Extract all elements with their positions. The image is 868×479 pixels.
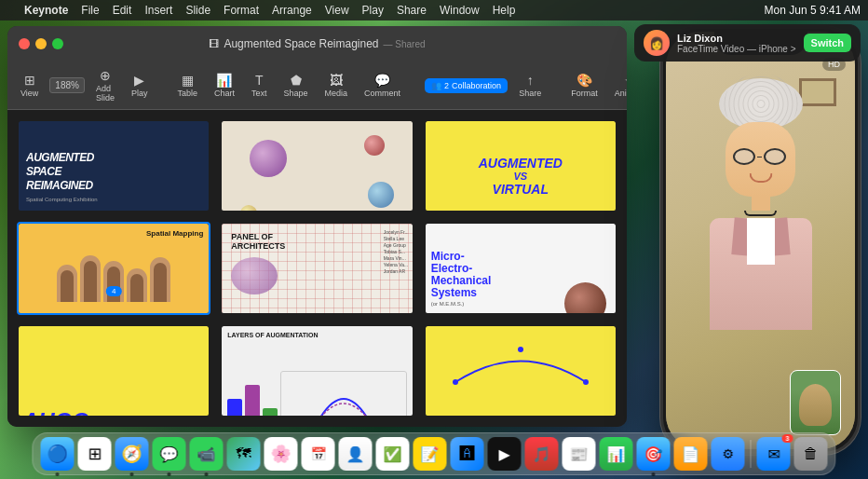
dock-reminders[interactable]: ✅ — [376, 437, 410, 471]
toolbar-share-button[interactable]: ↑ Share — [513, 71, 547, 101]
right-lens — [764, 148, 786, 165]
music-icon: 🎵 — [533, 445, 551, 463]
left-lens — [733, 148, 755, 165]
self-person — [799, 384, 832, 426]
facetime-info: Liz Dixon FaceTime Video — iPhone > — [677, 33, 796, 54]
slide-thumb-3[interactable]: Augmented VS Virtual 3 — [424, 119, 617, 212]
dock-xcode[interactable]: ⚙ — [712, 437, 745, 471]
slide-thumb-1[interactable]: AUGMENTED SPACE REIMAGINED Spatial Compu… — [17, 119, 210, 212]
dock-music[interactable]: 🎵 — [525, 437, 559, 471]
dock-numbers[interactable]: 📊 — [600, 437, 633, 471]
menubar-slide[interactable]: Slide — [185, 4, 210, 17]
messages-dot — [168, 472, 171, 476]
dock-calendar[interactable]: 📅 — [302, 437, 335, 471]
slide-thumb-8[interactable]: Layers of Augmentation — [220, 324, 414, 417]
slide-thumb-9[interactable]: PHYSICAL AUGMENTED VIRTUAL — [424, 324, 617, 417]
toolbar-comment-button[interactable]: 💬 Comment — [359, 71, 406, 101]
dock-trash[interactable]: 🗑 — [794, 437, 828, 471]
arch-2 — [80, 255, 101, 302]
dock-news[interactable]: 📰 — [563, 437, 596, 471]
toolbar-animate-button[interactable]: ✦ Animate — [609, 71, 627, 101]
dock: 🔵 ⊞ 🧭 💬 📹 🗺 🌸 📅 👤 ✅ 📝 🅰 — [33, 432, 836, 475]
shared-badge: — Shared — [384, 39, 426, 49]
toolbar-text-button[interactable]: T Text — [246, 71, 273, 101]
dock-appletv[interactable]: ▶ — [488, 437, 522, 471]
menubar-help[interactable]: Help — [493, 4, 516, 17]
toolbar-group-view: ⊞ View — [15, 71, 44, 101]
dock-pages[interactable]: 📄 — [674, 437, 708, 471]
dock-notes[interactable]: 📝 — [414, 437, 447, 471]
slide-thumb-6[interactable]: Micro-Electro-MechanicalSystems (or M.E.… — [424, 222, 617, 315]
sphere-red — [364, 135, 385, 156]
dock-contacts[interactable]: 👤 — [339, 437, 373, 471]
slide-6-content: Micro-Electro-MechanicalSystems (or M.E.… — [426, 224, 616, 315]
dock-safari[interactable]: 🧭 — [115, 437, 149, 471]
slide-9-content: PHYSICAL AUGMENTED VIRTUAL — [426, 326, 616, 417]
dock-maps[interactable]: 🗺 — [227, 437, 261, 471]
dock-keynote[interactable]: 🎯 — [637, 437, 671, 471]
person-smile — [749, 173, 772, 183]
slide-7-content: AUGO — [19, 326, 209, 417]
svg-point-1 — [518, 347, 523, 352]
menubar-view[interactable]: View — [325, 4, 349, 17]
menubar-play[interactable]: Play — [362, 4, 384, 17]
notes-icon: 📝 — [421, 445, 440, 463]
dock-mail[interactable]: ✉ 3 — [757, 437, 791, 471]
dock-messages[interactable]: 💬 — [153, 437, 186, 471]
media-icon: 🖼 — [330, 74, 343, 87]
window-maximize-button[interactable] — [52, 38, 63, 49]
slide-thumb-2[interactable]: 2 — [220, 119, 414, 212]
power-button — [859, 103, 861, 131]
facetime-video-feed: HD — [666, 32, 855, 449]
facetime-icon: 📹 — [197, 445, 216, 463]
menubar-datetime: Mon Jun 5 9:41 AM — [765, 4, 861, 17]
window-minimize-button[interactable] — [35, 38, 47, 49]
dock-photos[interactable]: 🌸 — [264, 437, 298, 471]
toolbar-media-button[interactable]: 🖼 Media — [319, 71, 354, 101]
slide-5-sphere — [231, 257, 278, 294]
slides-area: AUGMENTED SPACE REIMAGINED Spatial Compu… — [7, 110, 627, 427]
menubar-app-name[interactable]: Keynote — [24, 4, 68, 17]
safari-dot — [130, 472, 134, 476]
pages-icon: 📄 — [682, 445, 700, 463]
menubar-insert[interactable]: Insert — [144, 4, 172, 17]
menubar-right: Mon Jun 5 9:41 AM — [765, 4, 861, 17]
slide-2-content — [222, 121, 412, 212]
table-icon: ▦ — [182, 74, 194, 87]
menubar-window[interactable]: Window — [440, 4, 480, 17]
dock-facetime[interactable]: 📹 — [190, 437, 224, 471]
maps-icon: 🗺 — [237, 445, 251, 462]
menubar-file[interactable]: File — [81, 4, 99, 17]
launchpad-icon: ⊞ — [88, 444, 102, 464]
toolbar-shape-button[interactable]: ⬟ Shape — [278, 71, 314, 101]
toolbar-format-button[interactable]: 🎨 Format — [565, 71, 604, 101]
menubar-edit[interactable]: Edit — [113, 4, 132, 17]
slides-grid: AUGMENTED SPACE REIMAGINED Spatial Compu… — [7, 110, 627, 427]
sphere-purple — [250, 140, 287, 177]
bar-1 — [227, 399, 242, 417]
finder-icon: 🔵 — [47, 444, 68, 464]
window-close-button[interactable] — [19, 38, 30, 49]
menubar-share[interactable]: Share — [397, 4, 427, 17]
collaboration-button[interactable]: 👥 2 Collaboration — [425, 78, 508, 93]
dock-appstore[interactable]: 🅰 — [451, 437, 484, 471]
toolbar-view-button[interactable]: ⊞ View — [15, 71, 44, 101]
slide-thumb-7[interactable]: AUGO 7 — [17, 324, 210, 417]
messages-icon: 💬 — [160, 445, 179, 463]
toolbar-table-button[interactable]: ▦ Table — [171, 71, 203, 101]
slide-thumb-4[interactable]: Spatial Mapping 4 4 — [17, 222, 210, 315]
appletv-icon: ▶ — [499, 445, 510, 463]
person-face — [726, 122, 795, 197]
dock-finder[interactable]: 🔵 — [41, 437, 75, 471]
sphere-blue — [368, 182, 394, 208]
toolbar-chart-button[interactable]: 📊 Chart — [209, 71, 240, 101]
dock-launchpad[interactable]: ⊞ — [78, 437, 112, 471]
facetime-switch-button[interactable]: Switch — [804, 34, 851, 52]
menubar-arrange[interactable]: Arrange — [272, 4, 312, 17]
slide-thumb-5[interactable]: PANEL OFARCHITECTS Jocelyn Fr... Stella … — [220, 222, 414, 315]
toolbar-addslide-button[interactable]: ⊕ Add Slide — [90, 66, 120, 105]
window-title: 🎞 Augmented Space Reimagined — Shared — [209, 37, 425, 50]
zoom-display[interactable]: 188% — [49, 77, 85, 93]
menubar-format[interactable]: Format — [224, 4, 259, 17]
toolbar-play-button[interactable]: ▶ Play — [126, 71, 154, 101]
